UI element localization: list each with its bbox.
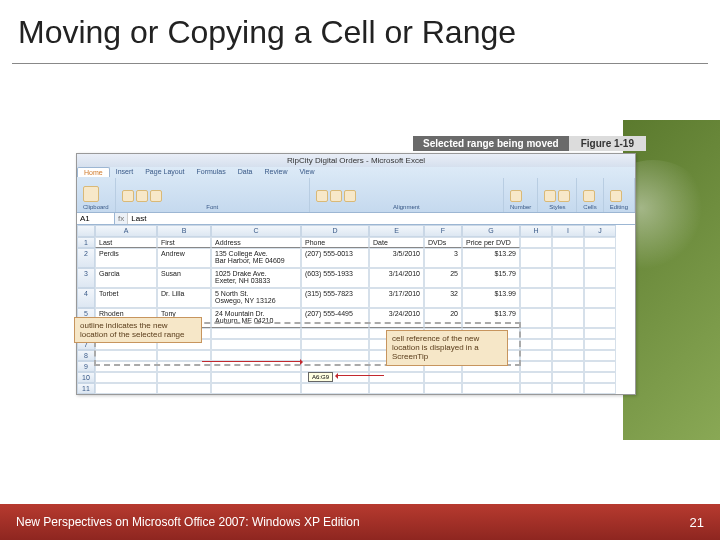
cell[interactable]: Dr. Lilla xyxy=(157,288,211,308)
tab-formulas[interactable]: Formulas xyxy=(191,167,232,177)
cell[interactable] xyxy=(584,339,616,350)
styles-icon[interactable] xyxy=(558,190,570,202)
formula-value[interactable]: Last xyxy=(127,213,635,224)
cell[interactable]: Torbet xyxy=(95,288,157,308)
cell[interactable]: 1025 Drake Ave.Exeter, NH 03833 xyxy=(211,268,301,288)
cell[interactable]: Perdis xyxy=(95,248,157,268)
cell[interactable]: 3 xyxy=(424,248,462,268)
cell[interactable] xyxy=(462,372,520,383)
row-header[interactable]: 2 xyxy=(77,248,95,268)
cell[interactable]: Phone xyxy=(301,237,369,248)
col-header[interactable]: F xyxy=(424,225,462,237)
col-header[interactable]: D xyxy=(301,225,369,237)
underline-icon[interactable] xyxy=(150,190,162,202)
col-header[interactable]: H xyxy=(520,225,552,237)
row-header[interactable]: 3 xyxy=(77,268,95,288)
cell[interactable]: 3/17/2010 xyxy=(369,288,424,308)
cell[interactable] xyxy=(552,248,584,268)
cell[interactable] xyxy=(584,248,616,268)
tab-home[interactable]: Home xyxy=(77,167,110,177)
cell[interactable]: Address xyxy=(211,237,301,248)
cell[interactable] xyxy=(301,383,369,394)
row-header[interactable]: 1 xyxy=(77,237,95,248)
tab-view[interactable]: View xyxy=(293,167,320,177)
cell[interactable] xyxy=(552,288,584,308)
cell[interactable] xyxy=(584,328,616,339)
cell[interactable]: Susan xyxy=(157,268,211,288)
col-header[interactable]: E xyxy=(369,225,424,237)
row-header[interactable]: 4 xyxy=(77,288,95,308)
row-header[interactable]: 10 xyxy=(77,372,95,383)
row-header[interactable]: 8 xyxy=(77,350,95,361)
cell[interactable]: 5 North St.Oswego, NY 13126 xyxy=(211,288,301,308)
cell[interactable]: 3/14/2010 xyxy=(369,268,424,288)
paste-icon[interactable] xyxy=(83,186,99,202)
tab-insert[interactable]: Insert xyxy=(110,167,140,177)
col-header[interactable]: J xyxy=(584,225,616,237)
cell[interactable] xyxy=(520,372,552,383)
cell[interactable] xyxy=(211,383,301,394)
cell[interactable] xyxy=(584,308,616,328)
align-icon[interactable] xyxy=(344,190,356,202)
cell[interactable] xyxy=(520,288,552,308)
cell[interactable] xyxy=(584,372,616,383)
cell[interactable] xyxy=(552,383,584,394)
cell[interactable] xyxy=(520,237,552,248)
cell[interactable]: $13.29 xyxy=(462,248,520,268)
cell[interactable]: Date xyxy=(369,237,424,248)
col-header[interactable]: C xyxy=(211,225,301,237)
cell[interactable] xyxy=(552,339,584,350)
align-icon[interactable] xyxy=(316,190,328,202)
cell[interactable] xyxy=(552,308,584,328)
cell[interactable]: Price per DVD xyxy=(462,237,520,248)
cell[interactable] xyxy=(520,339,552,350)
cell[interactable] xyxy=(520,350,552,361)
cell[interactable]: 32 xyxy=(424,288,462,308)
edit-icon[interactable] xyxy=(610,190,622,202)
bold-icon[interactable] xyxy=(122,190,134,202)
cell[interactable] xyxy=(424,372,462,383)
cells-icon[interactable] xyxy=(583,190,595,202)
cell[interactable] xyxy=(552,361,584,372)
fx-icon[interactable]: fx xyxy=(115,213,127,224)
align-icon[interactable] xyxy=(330,190,342,202)
cell[interactable] xyxy=(520,328,552,339)
cell[interactable] xyxy=(584,350,616,361)
cell[interactable] xyxy=(424,383,462,394)
cell[interactable] xyxy=(520,248,552,268)
name-box[interactable]: A1 xyxy=(77,213,115,224)
cell[interactable] xyxy=(157,383,211,394)
cell[interactable] xyxy=(552,268,584,288)
cell[interactable]: DVDs xyxy=(424,237,462,248)
cell[interactable] xyxy=(552,350,584,361)
cell[interactable] xyxy=(157,372,211,383)
cell[interactable] xyxy=(552,372,584,383)
cell[interactable]: Garcia xyxy=(95,268,157,288)
cell[interactable]: (315) 555-7823 xyxy=(301,288,369,308)
row-header[interactable]: 11 xyxy=(77,383,95,394)
cell[interactable]: Last xyxy=(95,237,157,248)
tab-data[interactable]: Data xyxy=(232,167,259,177)
cell[interactable]: 25 xyxy=(424,268,462,288)
cell[interactable] xyxy=(552,237,584,248)
cell[interactable] xyxy=(584,268,616,288)
cell[interactable] xyxy=(584,237,616,248)
cell[interactable] xyxy=(520,308,552,328)
cell[interactable] xyxy=(211,372,301,383)
col-header[interactable]: B xyxy=(157,225,211,237)
cell[interactable] xyxy=(95,383,157,394)
cell[interactable]: 3/5/2010 xyxy=(369,248,424,268)
col-header[interactable]: I xyxy=(552,225,584,237)
cell[interactable] xyxy=(95,372,157,383)
cell[interactable]: $13.99 xyxy=(462,288,520,308)
cell[interactable]: 135 College Ave.Bar Harbor, ME 04609 xyxy=(211,248,301,268)
cell[interactable] xyxy=(520,361,552,372)
styles-icon[interactable] xyxy=(544,190,556,202)
row-header[interactable]: 9 xyxy=(77,361,95,372)
number-icon[interactable] xyxy=(510,190,522,202)
tab-pagelayout[interactable]: Page Layout xyxy=(139,167,190,177)
cell[interactable] xyxy=(462,383,520,394)
col-header[interactable]: G xyxy=(462,225,520,237)
cell[interactable] xyxy=(584,383,616,394)
cell[interactable] xyxy=(520,383,552,394)
